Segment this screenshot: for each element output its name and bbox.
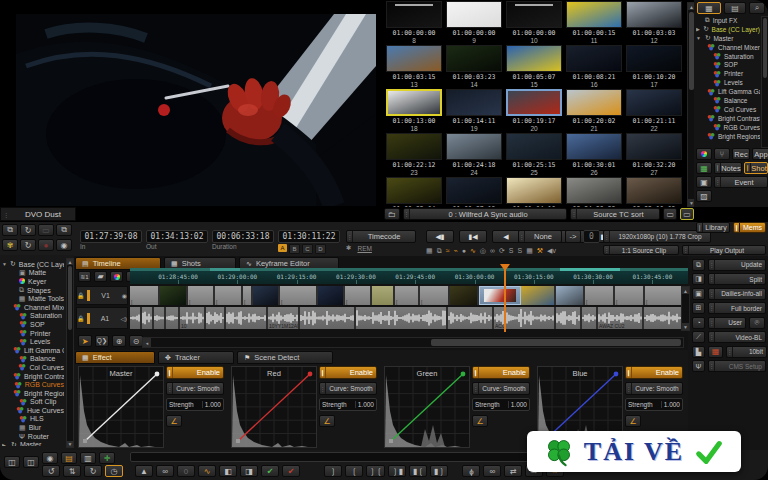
clip-thumbnail[interactable]: [386, 1, 442, 28]
v1-track[interactable]: [[[[[[[[[[[: [130, 286, 688, 305]
clip-thumbnail[interactable]: [506, 1, 562, 28]
clip-tile[interactable]: 01:00:03:0312: [626, 1, 682, 44]
a1-track[interactable]: 1010YY1M12A0ACOAWAZ CU2: [130, 307, 688, 329]
fx-grid-view-icon[interactable]: ▦: [697, 2, 721, 14]
video-bl-button[interactable]: ⋮Video-BL: [708, 331, 766, 343]
clip-thumbnail[interactable]: [626, 45, 682, 72]
audio-sync-dropdown[interactable]: ⋮0 : Wilfred A Sync audio: [403, 208, 568, 220]
video-monitor-icon[interactable]: ◉: [122, 292, 127, 299]
clip-thumbnail[interactable]: [446, 1, 502, 28]
video-clip[interactable]: [: [280, 286, 318, 305]
approve-button[interactable]: ✔: [261, 465, 279, 477]
curve-type-dropdown[interactable]: ⋮Curve: Smooth: [625, 382, 683, 395]
marks-icon[interactable]: ▦: [426, 247, 433, 255]
curve-button[interactable]: ∿: [198, 465, 216, 477]
strength-field[interactable]: Strength1.000: [319, 398, 377, 411]
tree-arrow[interactable]: ▼: [696, 35, 702, 41]
video-clip[interactable]: [: [585, 286, 615, 305]
clip-thumbnail[interactable]: [506, 177, 562, 204]
track-enable-bar[interactable]: [87, 290, 90, 301]
safe-b-icon[interactable]: S: [517, 247, 522, 255]
tc-in-field[interactable]: 01:27:39:08: [80, 230, 142, 243]
video-clip[interactable]: [: [345, 286, 372, 305]
none-dropdown[interactable]: ⋮None: [518, 230, 562, 243]
curve-edit-button[interactable]: ∠: [319, 415, 335, 427]
audio-monitor-icon[interactable]: ◀v: [547, 247, 556, 255]
clip-tile[interactable]: 01:00:03:2314: [446, 45, 502, 88]
clip-thumbnail[interactable]: [446, 177, 502, 204]
clip-tile[interactable]: 01:00:03:1513: [386, 45, 442, 88]
clip-tile[interactable]: 01:00:00:009: [446, 1, 502, 44]
monitor-icon[interactable]: ▣: [696, 176, 712, 188]
enable-button[interactable]: ❙Enable: [319, 366, 377, 379]
clip-tile[interactable]: 01:00:32:2027: [626, 133, 682, 176]
tree-item-base-cc-layer-[interactable]: ▼↻Base (CC Layer): [2, 260, 64, 269]
tree-item-saturation[interactable]: Saturation: [2, 312, 64, 321]
file-icon[interactable]: ▤: [61, 452, 77, 464]
panel-b-icon[interactable]: ◫: [23, 456, 39, 468]
xx1-icon[interactable]: ≋1: [78, 271, 91, 282]
tree-item-printer[interactable]: Printer: [696, 69, 760, 78]
tab-scene-detect[interactable]: ⚑Scene Detect: [237, 351, 333, 364]
audio-clip[interactable]: [556, 307, 582, 329]
dailies-info-all-button[interactable]: ⋮Dailies-info-all: [708, 288, 766, 300]
panel-a-icon[interactable]: ◫: [4, 456, 20, 468]
copy-layer-button[interactable]: ⧉: [56, 224, 72, 236]
zoom-in-icon[interactable]: ⊕: [112, 335, 126, 347]
reject-button[interactable]: ✔: [282, 465, 300, 477]
dailies-info-all-icon[interactable]: ▣: [692, 288, 705, 300]
strength-field[interactable]: Strength1.000: [625, 398, 683, 411]
video-bl-icon[interactable]: ⟋: [692, 331, 705, 343]
tree-item-keyer[interactable]: Keyer: [2, 277, 64, 286]
tree-item-sop[interactable]: SOP: [696, 60, 760, 69]
10bit-icon[interactable]: ▙: [692, 346, 705, 358]
clip-tile[interactable]: 01:00:20:0221: [566, 89, 622, 132]
tree-item-input-fx[interactable]: ⧉Input FX: [696, 16, 760, 25]
audio-clip[interactable]: [130, 307, 142, 329]
counter-field[interactable]: 0: [177, 465, 195, 477]
speaker-icon[interactable]: ◁): [120, 315, 127, 322]
clip-tile[interactable]: 01:00:10:2017: [626, 45, 682, 88]
clip-tile[interactable]: 01:00:00:1511: [566, 1, 622, 44]
stereo-icon[interactable]: ◎: [480, 247, 486, 255]
tree-item-lift-gamma-gain[interactable]: Lift Gamma Gain: [2, 346, 64, 355]
video-clip[interactable]: [: [615, 286, 645, 305]
clip-tile[interactable]: 01:00:22:1223: [386, 133, 442, 176]
tree-item-master[interactable]: ▼↻Master: [696, 34, 760, 43]
tree-item-rgb-curves[interactable]: RGB Curves: [696, 123, 760, 132]
disabled-button[interactable]: ▭: [38, 224, 54, 236]
audio-clip[interactable]: [142, 307, 154, 329]
video-clip[interactable]: [: [215, 286, 243, 305]
clip-tile[interactable]: 01:00:00:0010: [506, 1, 562, 44]
split-button[interactable]: ⋮Split: [708, 273, 766, 285]
enable-button[interactable]: ❙Enable: [166, 366, 224, 379]
audio-clip[interactable]: [356, 307, 448, 329]
playhead[interactable]: [504, 268, 506, 332]
tree-item-channel-mixer[interactable]: Channel Mixer: [2, 303, 64, 312]
clip-thumbnail[interactable]: [386, 177, 442, 204]
rem-label[interactable]: REM: [357, 245, 371, 252]
folder-icon[interactable]: 🗀: [384, 208, 400, 220]
clip-thumbnail[interactable]: [506, 89, 562, 116]
track-enable-bar[interactable]: [87, 313, 90, 324]
tree-item-balance[interactable]: Balance: [696, 96, 760, 105]
monitor-b-icon[interactable]: ▭: [680, 208, 694, 220]
clip-thumbnail[interactable]: [506, 133, 562, 160]
curve-type-dropdown[interactable]: ⋮Curve: Smooth: [166, 382, 224, 395]
tc-out-field[interactable]: 01:34:13:02: [146, 230, 208, 243]
mark-c-button[interactable]: C: [302, 244, 313, 254]
library-button[interactable]: ❙Library: [696, 222, 730, 233]
clip-tile[interactable]: 01:00:35:04: [386, 177, 442, 207]
format-dropdown[interactable]: ⋮1920x1080p (10) 1.778 Crop: [603, 230, 711, 243]
video-clip[interactable]: [318, 286, 345, 305]
audio-clip[interactable]: [300, 307, 356, 329]
mems-button[interactable]: ❙Mems: [733, 222, 766, 233]
tree-item-col-curves[interactable]: Col Curves: [696, 105, 760, 114]
histogram-green[interactable]: Green: [384, 366, 470, 448]
enable-button[interactable]: ❙Enable: [472, 366, 530, 379]
columns-icon[interactable]: ▥: [80, 452, 96, 464]
sort-dropdown[interactable]: ⋮Source TC sort: [570, 208, 660, 220]
clip-tile[interactable]: 01:00:08:2116: [566, 45, 622, 88]
clip-thumbnail[interactable]: [626, 89, 682, 116]
timeline-ruler[interactable]: 01:28:45:0001:29:00:0001:29:15:0001:29:3…: [130, 268, 688, 284]
